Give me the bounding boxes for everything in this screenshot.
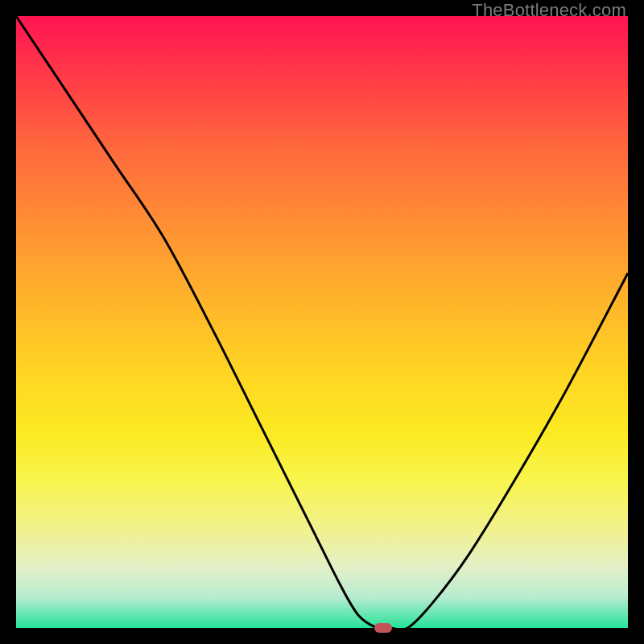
watermark-text: TheBottleneck.com	[472, 0, 626, 21]
plot-area	[16, 16, 628, 628]
bottleneck-curve	[16, 16, 628, 628]
curve-path	[16, 16, 628, 630]
chart-frame: TheBottleneck.com	[0, 0, 644, 644]
optimum-marker	[374, 623, 392, 633]
